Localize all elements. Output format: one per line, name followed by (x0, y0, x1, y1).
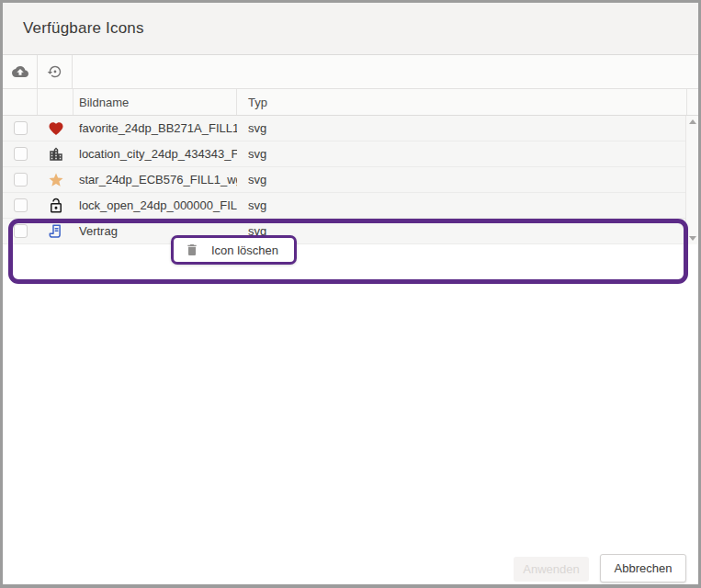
row-checkbox[interactable] (14, 121, 28, 135)
bildname-cell: location_city_24dp_434343_F… (73, 141, 237, 166)
building-icon (48, 146, 64, 163)
bildname-cell: favorite_24dp_BB271A_FILL1… (73, 116, 237, 141)
header-bildname[interactable]: Bildname (73, 89, 237, 115)
scroll-down-icon[interactable] (689, 236, 696, 241)
heart-icon (48, 120, 64, 137)
dialog-titlebar: Verfügbare Icons (3, 3, 698, 55)
scroll-up-icon[interactable] (689, 119, 696, 124)
upload-icon-button[interactable] (3, 55, 38, 88)
typ-cell: svg (237, 141, 685, 166)
context-menu[interactable]: Icon löschen (171, 235, 297, 265)
dialog-title: Verfügbare Icons (23, 19, 144, 38)
header-checkbox-column (3, 89, 38, 115)
table-row[interactable]: star_24dp_ECB576_FILL1_wg… svg (3, 167, 685, 193)
toolbar (3, 55, 698, 89)
available-icons-dialog: Verfügbare Icons Bildname Typ (0, 0, 701, 588)
delete-icon-menu-item[interactable]: Icon löschen (211, 243, 278, 257)
lock-open-icon (48, 198, 64, 214)
table-row[interactable]: Vertrag svg (3, 219, 685, 244)
typ-cell: svg (237, 116, 685, 141)
cancel-button[interactable]: Abbrechen (600, 554, 686, 582)
table-row[interactable]: lock_open_24dp_000000_FIL… svg (3, 193, 685, 219)
header-icon-column (38, 89, 73, 115)
table-header: Bildname Typ (3, 89, 698, 116)
row-checkbox[interactable] (14, 147, 28, 161)
row-checkbox[interactable] (14, 173, 28, 187)
apply-button[interactable]: Anwenden (514, 557, 589, 582)
typ-cell: svg (237, 219, 685, 243)
row-checkbox[interactable] (14, 224, 28, 238)
cloud-upload-icon (12, 63, 28, 80)
star-icon (48, 172, 64, 188)
header-filler (687, 89, 698, 115)
contract-icon (48, 223, 64, 240)
table-body: favorite_24dp_BB271A_FILL1… svg location… (3, 116, 698, 244)
typ-cell: svg (237, 193, 685, 218)
trash-icon (185, 243, 199, 257)
table-rows: favorite_24dp_BB271A_FILL1… svg location… (3, 116, 685, 244)
history-restore-icon (47, 63, 63, 80)
row-checkbox[interactable] (14, 198, 28, 212)
bildname-cell: star_24dp_ECB576_FILL1_wg… (73, 167, 237, 192)
header-typ[interactable]: Typ (237, 89, 687, 115)
restore-icon-button[interactable] (38, 55, 73, 88)
bildname-cell: lock_open_24dp_000000_FIL… (73, 193, 237, 218)
typ-cell: svg (237, 167, 685, 192)
table-row[interactable]: favorite_24dp_BB271A_FILL1… svg (3, 116, 685, 141)
table-row[interactable]: location_city_24dp_434343_F… svg (3, 141, 685, 167)
vertical-scrollbar[interactable] (685, 116, 698, 244)
